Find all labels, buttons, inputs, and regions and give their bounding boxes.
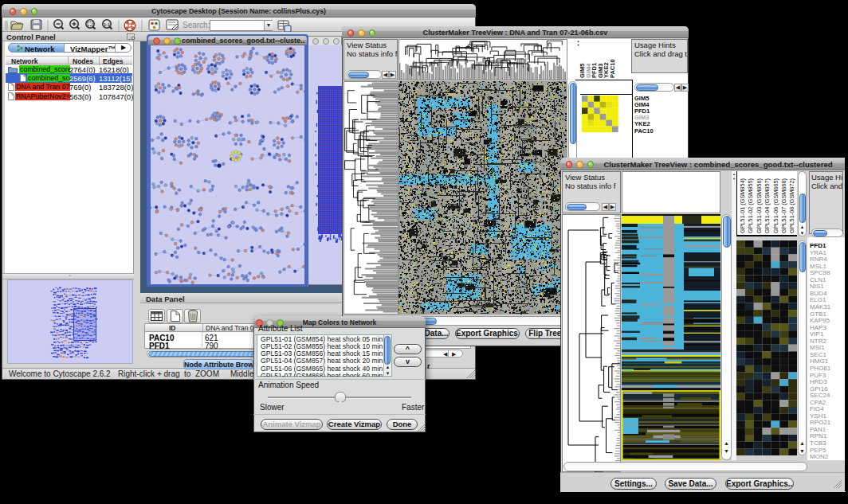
svg-text:GPL51-01 (GSM854): GPL51-01 (GSM854) xyxy=(739,178,746,233)
svg-text:PAC10: PAC10 xyxy=(609,59,616,78)
svg-text:GPL51-04 (GSM857): GPL51-04 (GSM857) xyxy=(764,178,771,233)
svg-text:GPL51-02 (GSM855): GPL51-02 (GSM855) xyxy=(747,178,754,233)
svg-text:GPL51-08 (GSM872): GPL51-08 (GSM872) xyxy=(788,178,795,233)
svg-text:1:1: 1:1 xyxy=(104,22,110,27)
svg-text:GPL51-03 (GSM856): GPL51-03 (GSM856) xyxy=(756,178,763,233)
svg-text:GPL51-06 (GSM865): GPL51-06 (GSM865) xyxy=(772,178,779,233)
svg-text:GPL51-07 (GSM868): GPL51-07 (GSM868) xyxy=(780,178,787,233)
svg-text:Search:: Search: xyxy=(183,21,210,29)
